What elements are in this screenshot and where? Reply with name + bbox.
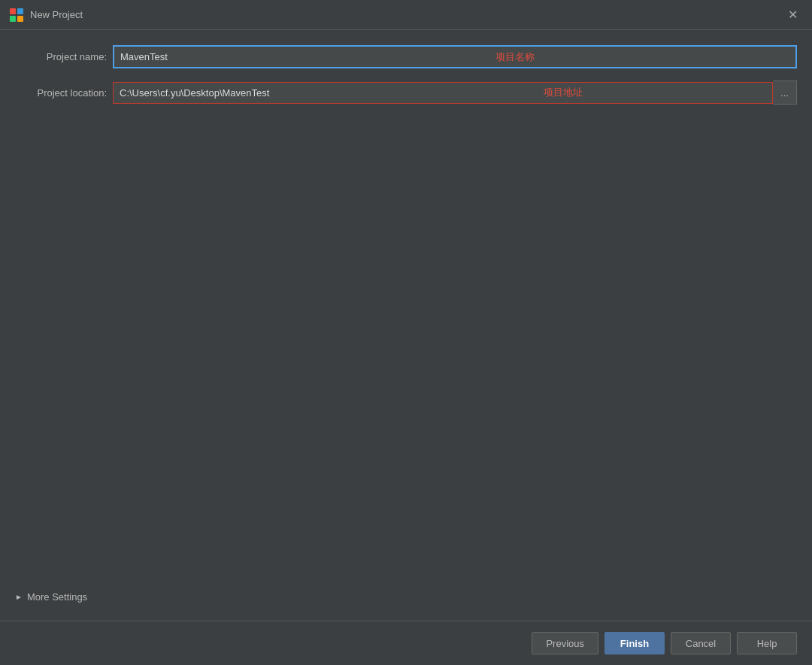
svg-rect-1 [17, 8, 23, 14]
svg-rect-0 [10, 8, 16, 14]
title-bar-left: New Project [9, 8, 83, 23]
content-spacer [15, 117, 797, 588]
project-name-label: Project name: [15, 51, 113, 62]
content-area: Project name: 项目名称 Project location: 项目地… [0, 30, 812, 621]
window-title: New Project [30, 9, 83, 20]
previous-button[interactable]: Previous [532, 632, 598, 654]
project-name-row: Project name: 项目名称 [15, 45, 797, 68]
help-button[interactable]: Help [737, 632, 797, 654]
more-settings-toggle[interactable]: ► More Settings [15, 588, 797, 606]
project-location-label: Project location: [15, 87, 113, 99]
browse-button[interactable]: ... [773, 80, 797, 105]
bottom-bar: Previous Finish Cancel Help [0, 621, 812, 665]
close-button[interactable]: ✕ [782, 5, 803, 26]
project-location-input-wrapper: 项目地址 [113, 82, 773, 104]
app-icon [9, 8, 24, 23]
svg-rect-3 [17, 16, 23, 22]
project-location-placeholder-text: 项目地址 [544, 86, 583, 99]
project-name-input-wrapper: 项目名称 [113, 45, 797, 68]
project-name-input[interactable] [114, 47, 235, 67]
project-location-input[interactable] [114, 83, 354, 103]
project-name-placeholder-area: 项目名称 [235, 47, 795, 67]
title-bar: New Project ✕ [0, 0, 812, 30]
new-project-dialog: New Project ✕ Project name: 项目名称 Project… [0, 0, 812, 665]
finish-button[interactable]: Finish [604, 632, 665, 654]
cancel-button[interactable]: Cancel [671, 632, 731, 654]
more-settings-arrow-icon: ► [15, 593, 23, 601]
more-settings-label: More Settings [27, 591, 87, 603]
project-location-row: Project location: 项目地址 ... [15, 80, 797, 105]
project-location-placeholder-area: 项目地址 [354, 83, 772, 103]
project-name-placeholder-text: 项目名称 [495, 50, 535, 64]
svg-rect-2 [10, 16, 16, 22]
project-location-group: 项目地址 ... [113, 80, 797, 105]
